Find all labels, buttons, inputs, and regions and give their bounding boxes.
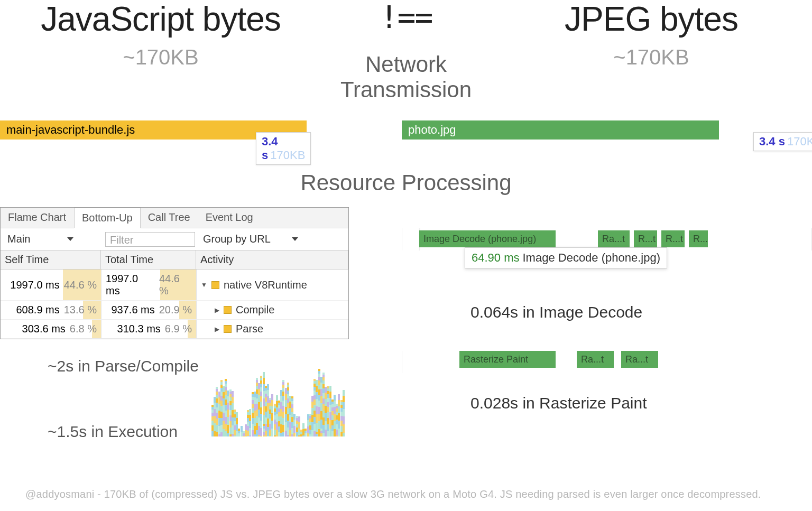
activity-swatch-icon <box>224 306 232 314</box>
expand-icon[interactable]: ▶ <box>215 326 219 333</box>
tab-call-tree[interactable]: Call Tree <box>141 208 198 228</box>
table-row[interactable]: 1997.0 ms44.6 %1997.0 ms44.6 %▼native V8… <box>1 270 348 301</box>
not-equal-symbol: !== <box>321 2 491 33</box>
tab-bottom-up[interactable]: Bottom-Up <box>74 208 141 228</box>
devtools-tabs: Flame Chart Bottom-Up Call Tree Event Lo… <box>1 208 348 228</box>
subtitle-processing: Resource Processing <box>0 170 812 196</box>
col-self-time[interactable]: Self Time <box>1 250 101 269</box>
devtools-panel: Flame Chart Bottom-Up Call Tree Event Lo… <box>0 207 349 339</box>
expand-icon[interactable]: ▼ <box>201 281 207 289</box>
col-activity[interactable]: Activity <box>196 250 348 269</box>
size-jpeg: ~170KB <box>491 45 812 69</box>
flame-chart-graphic <box>211 341 349 436</box>
tab-flame-chart[interactable]: Flame Chart <box>1 208 74 228</box>
badge-jpeg: 3.4 s170KB <box>753 132 812 151</box>
raster-mini-4: R... <box>689 230 708 247</box>
decode-tooltip: 64.90 msImage Decode (phone.jpg) <box>465 247 667 268</box>
raster-mini-2: R...t <box>634 230 657 247</box>
raster-small-1: Ra...t <box>577 351 614 368</box>
title-js: JavaScript bytes <box>0 2 321 36</box>
expand-icon[interactable]: ▶ <box>215 306 219 314</box>
activity-swatch-icon <box>211 281 219 289</box>
badge-js: 3.4 s170KB <box>256 132 311 165</box>
rasterize-block: Rasterize Paint <box>459 351 556 368</box>
summary-rasterize: 0.028s in Rasterize Paint <box>470 394 812 412</box>
table-row[interactable]: 608.9 ms13.6 %937.6 ms20.9 %▶Compile <box>1 301 348 320</box>
group-select[interactable]: Group by URL <box>200 231 301 247</box>
thread-select[interactable]: Main <box>5 231 100 247</box>
rasterize-strip: Rasterize Paint Ra...t Ra...t <box>402 351 812 373</box>
decode-block: Image Decode (phone.jpg) <box>419 230 556 247</box>
footnote: @addyosmani - 170KB of (compressed) JS v… <box>25 488 801 500</box>
title-jpeg: JPEG bytes <box>491 2 812 36</box>
tab-event-log[interactable]: Event Log <box>198 208 261 228</box>
summary-image-decode: 0.064s in Image Decode <box>470 303 812 321</box>
col-total-time[interactable]: Total Time <box>101 250 196 269</box>
raster-small-2: Ra...t <box>621 351 658 368</box>
table-row[interactable]: 303.6 ms6.8 %310.3 ms6.9 %▶Parse <box>1 320 348 339</box>
image-decode-strip: Image Decode (phone.jpg) Ra...t R...t R.… <box>402 228 812 250</box>
raster-mini-3: R...t <box>661 230 685 247</box>
activity-swatch-icon <box>224 325 232 333</box>
filter-input[interactable]: Filter <box>105 232 195 247</box>
subtitle-network: Network Transmission <box>321 52 491 103</box>
size-js: ~170KB <box>0 45 321 69</box>
chevron-down-icon <box>292 237 298 241</box>
chevron-down-icon <box>67 237 73 241</box>
raster-mini-1: Ra...t <box>598 230 630 247</box>
network-bar-jpeg: photo.jpg <box>402 120 719 140</box>
